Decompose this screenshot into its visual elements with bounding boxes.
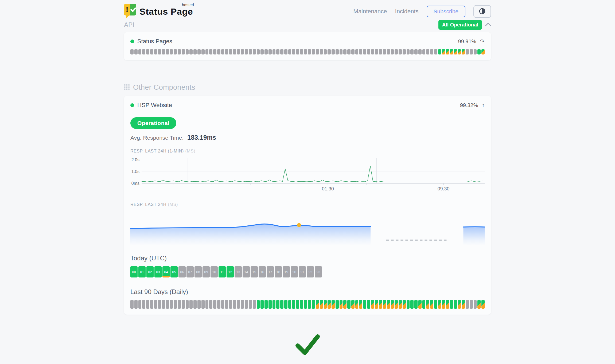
day-bar[interactable] xyxy=(174,300,177,309)
day-bar[interactable] xyxy=(237,300,240,309)
day-bar[interactable] xyxy=(201,300,205,309)
uptime-bar[interactable] xyxy=(359,49,362,54)
uptime-bar[interactable] xyxy=(209,49,212,54)
day-bar[interactable] xyxy=(474,300,477,309)
day-bar[interactable] xyxy=(158,300,161,309)
hour-block[interactable]: 07 xyxy=(186,266,194,277)
uptime-bar[interactable] xyxy=(470,49,473,54)
day-bar[interactable] xyxy=(221,300,224,309)
day-bar[interactable] xyxy=(225,300,228,309)
uptime-bar[interactable] xyxy=(205,49,209,54)
uptime-bar[interactable] xyxy=(237,49,240,54)
uptime-bar[interactable] xyxy=(162,49,165,54)
day-bar[interactable] xyxy=(257,300,260,309)
day-bar[interactable] xyxy=(454,300,457,309)
day-bar[interactable] xyxy=(371,300,374,309)
hour-block[interactable]: 09 xyxy=(203,266,210,277)
hour-block[interactable]: 06 xyxy=(178,266,186,277)
day-bar[interactable] xyxy=(189,300,193,309)
uptime-bar[interactable] xyxy=(410,49,414,54)
uptime-bar[interactable] xyxy=(426,49,429,54)
arrow-up-icon[interactable]: ↑ xyxy=(482,102,485,108)
day-bar[interactable] xyxy=(213,300,216,309)
uptime-bar[interactable] xyxy=(312,49,315,54)
theme-toggle-button[interactable] xyxy=(473,5,491,18)
day-bar[interactable] xyxy=(414,300,418,309)
day-bar[interactable] xyxy=(154,300,157,309)
day-bar[interactable] xyxy=(320,300,323,309)
day-bar[interactable] xyxy=(407,300,410,309)
uptime-bar[interactable] xyxy=(201,49,205,54)
hour-block[interactable]: 23 xyxy=(315,266,322,277)
uptime-bar[interactable] xyxy=(186,49,189,54)
uptime-bar[interactable] xyxy=(367,49,370,54)
uptime-bar[interactable] xyxy=(296,49,299,54)
day-bar[interactable] xyxy=(170,300,173,309)
hour-block[interactable]: 11 xyxy=(219,266,226,277)
day-bar[interactable] xyxy=(426,300,429,309)
day-bar[interactable] xyxy=(383,300,386,309)
uptime-bar[interactable] xyxy=(284,49,287,54)
day-bar[interactable] xyxy=(288,300,291,309)
uptime-bar[interactable] xyxy=(347,49,351,54)
day-bar[interactable] xyxy=(375,300,378,309)
day-bar[interactable] xyxy=(418,300,422,309)
day-bar[interactable] xyxy=(276,300,279,309)
day-bar[interactable] xyxy=(209,300,212,309)
day-bar[interactable] xyxy=(430,300,433,309)
day-bar[interactable] xyxy=(217,300,220,309)
uptime-bar[interactable] xyxy=(454,49,457,54)
hour-block[interactable]: 22 xyxy=(307,266,314,277)
day-bar[interactable] xyxy=(351,300,355,309)
subscribe-button[interactable]: Subscribe xyxy=(427,6,465,17)
uptime-bar[interactable] xyxy=(391,49,394,54)
day-bar[interactable] xyxy=(280,300,283,309)
uptime-bar[interactable] xyxy=(138,49,142,54)
uptime-bar[interactable] xyxy=(430,49,433,54)
logo[interactable]: ! Status Page hosted xyxy=(124,4,193,19)
uptime-bar[interactable] xyxy=(466,49,469,54)
day-bar[interactable] xyxy=(470,300,473,309)
uptime-bar[interactable] xyxy=(340,49,343,54)
day-bar[interactable] xyxy=(316,300,319,309)
day-bar[interactable] xyxy=(434,300,437,309)
day-bar[interactable] xyxy=(462,300,465,309)
hour-block[interactable]: 02 xyxy=(146,266,154,277)
day-bar[interactable] xyxy=(150,300,153,309)
day-bar[interactable] xyxy=(245,300,248,309)
uptime-bar[interactable] xyxy=(264,49,268,54)
uptime-bar[interactable] xyxy=(273,49,276,54)
day-bar[interactable] xyxy=(367,300,370,309)
day-bar[interactable] xyxy=(241,300,244,309)
day-bar[interactable] xyxy=(399,300,402,309)
day-bar[interactable] xyxy=(458,300,461,309)
hour-block[interactable]: 05 xyxy=(170,266,178,277)
hour-block[interactable]: 01 xyxy=(138,266,146,277)
hour-block[interactable]: 18 xyxy=(275,266,282,277)
day-bar[interactable] xyxy=(446,300,449,309)
uptime-bar[interactable] xyxy=(414,49,418,54)
uptime-bar[interactable] xyxy=(458,49,461,54)
day-bar[interactable] xyxy=(130,300,134,309)
uptime-bar[interactable] xyxy=(233,49,236,54)
day-bar[interactable] xyxy=(391,300,394,309)
hour-block[interactable]: 10 xyxy=(211,266,218,277)
uptime-bar[interactable] xyxy=(249,49,252,54)
day-bar[interactable] xyxy=(387,300,390,309)
day-bar[interactable] xyxy=(379,300,382,309)
uptime-bar[interactable] xyxy=(170,49,173,54)
hour-block[interactable]: 21 xyxy=(299,266,306,277)
uptime-bar[interactable] xyxy=(320,49,323,54)
hour-block[interactable]: 20 xyxy=(291,266,298,277)
hour-block[interactable]: 15 xyxy=(251,266,258,277)
uptime-bar[interactable] xyxy=(481,49,485,54)
day-bar[interactable] xyxy=(312,300,315,309)
uptime-bar[interactable] xyxy=(245,49,248,54)
uptime-bar[interactable] xyxy=(257,49,260,54)
uptime-bar[interactable] xyxy=(474,49,477,54)
uptime-bar[interactable] xyxy=(343,49,347,54)
uptime-bar[interactable] xyxy=(434,49,437,54)
uptime-bar[interactable] xyxy=(130,49,134,54)
uptime-bar[interactable] xyxy=(308,49,311,54)
uptime-bar[interactable] xyxy=(260,49,264,54)
